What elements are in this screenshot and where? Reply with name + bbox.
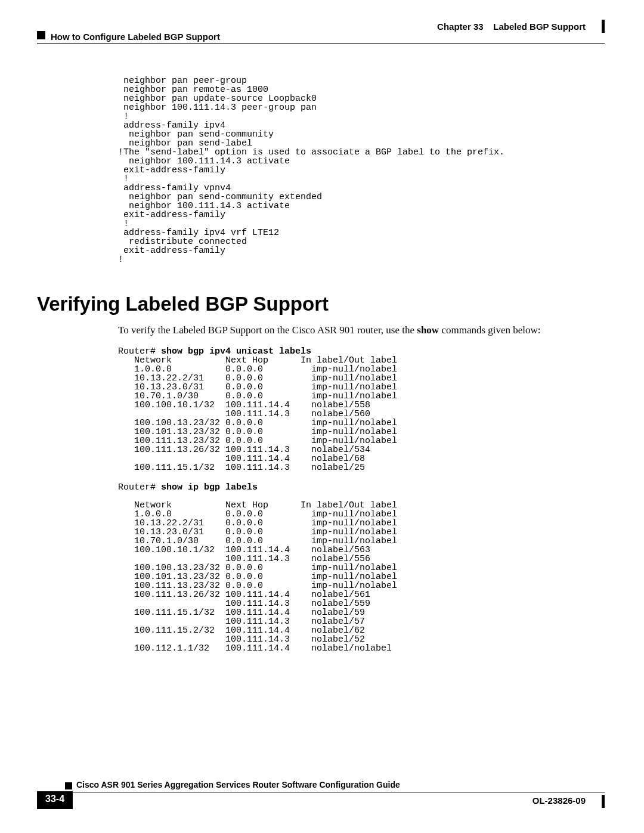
intro-post: commands given below: bbox=[439, 324, 540, 336]
cli2-prompt: Router# bbox=[118, 482, 161, 493]
intro-pre: To verify the Labeled BGP Support on the… bbox=[118, 324, 417, 336]
cli2-command: show ip bgp labels bbox=[161, 482, 258, 493]
cli-block-2: Router# show ip bgp labels Network Next … bbox=[118, 483, 590, 653]
header-chapter: Chapter 33 Labeled BGP Support bbox=[437, 21, 586, 32]
content-column: neighbor pan peer-group neighbor pan rem… bbox=[118, 76, 590, 664]
header-left-square-icon bbox=[37, 31, 45, 39]
cli-block-1: Router# show bgp ipv4 unicast labels Net… bbox=[118, 347, 590, 472]
config-block: neighbor pan peer-group neighbor pan rem… bbox=[118, 76, 590, 264]
page: Chapter 33 Labeled BGP Support How to Co… bbox=[0, 0, 644, 833]
footer-rule bbox=[37, 792, 605, 792]
footer-right-bar bbox=[602, 795, 605, 808]
cli1-output: Network Next Hop In label/Out label 1.0.… bbox=[118, 355, 397, 473]
footer-square-icon bbox=[65, 782, 72, 789]
intro-paragraph: To verify the Labeled BGP Support on the… bbox=[118, 324, 590, 337]
intro-bold: show bbox=[417, 324, 439, 336]
header-rule bbox=[37, 43, 605, 44]
chapter-number: Chapter 33 bbox=[437, 21, 484, 32]
chapter-title: Labeled BGP Support bbox=[493, 21, 586, 32]
footer-doc-number: OL-23826-09 bbox=[532, 795, 586, 806]
footer-page-number: 33-4 bbox=[37, 791, 73, 809]
section-heading: Verifying Labeled BGP Support bbox=[37, 293, 590, 315]
cli2-output: Network Next Hop In label/Out label 1.0.… bbox=[118, 500, 397, 654]
header-breadcrumb: How to Configure Labeled BGP Support bbox=[51, 32, 220, 42]
footer-guide-title: Cisco ASR 901 Series Aggregation Service… bbox=[76, 780, 400, 789]
header-right-bar bbox=[602, 20, 605, 33]
